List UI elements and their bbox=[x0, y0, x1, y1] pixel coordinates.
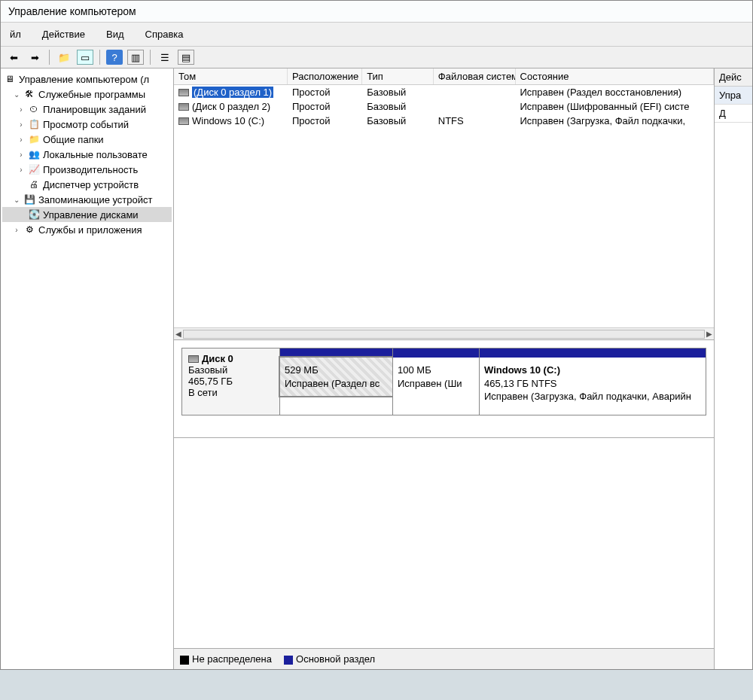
col-layout[interactable]: Расположение bbox=[288, 68, 362, 84]
disk-graphical-view: Диск 0 Базовый 465,75 ГБ В сети 529 МБ И… bbox=[174, 339, 714, 437]
chart-icon: 📈 bbox=[28, 163, 40, 175]
collapse-icon[interactable]: ⌄ bbox=[13, 90, 20, 99]
col-filesystem[interactable]: Файловая система bbox=[434, 68, 516, 84]
list-icon[interactable]: ☰ bbox=[157, 50, 173, 65]
nav-tree[interactable]: 🖥Управление компьютером (л ⌄🛠Служебные п… bbox=[1, 68, 174, 669]
col-status[interactable]: Состояние bbox=[516, 68, 714, 84]
disk-header[interactable]: Диск 0 Базовый 465,75 ГБ В сети bbox=[182, 348, 280, 415]
scroll-track[interactable] bbox=[183, 330, 705, 339]
separator bbox=[49, 50, 50, 65]
disk-icon bbox=[188, 355, 199, 363]
tree-disk-management[interactable]: 💽Управление дисками bbox=[2, 207, 172, 222]
separator bbox=[150, 50, 151, 65]
volume-row[interactable]: (Диск 0 раздел 1) Простой Базовый Исправ… bbox=[174, 85, 714, 99]
detail-icon[interactable]: ▤ bbox=[178, 50, 194, 65]
forward-icon[interactable]: ➡ bbox=[26, 50, 43, 65]
disk-row[interactable]: Диск 0 Базовый 465,75 ГБ В сети 529 МБ И… bbox=[181, 348, 706, 415]
expand-icon[interactable]: › bbox=[13, 226, 20, 234]
expand-icon[interactable]: › bbox=[17, 151, 25, 159]
partition-stripe bbox=[393, 348, 479, 358]
tree-local-users[interactable]: ›👥Локальные пользовате bbox=[2, 147, 172, 162]
clock-icon: ⏲ bbox=[28, 103, 40, 115]
properties-icon[interactable]: ▭ bbox=[77, 50, 93, 65]
toolbar: ⬅ ➡ 📁 ▭ ? ▥ ☰ ▤ bbox=[1, 47, 752, 68]
empty-area bbox=[174, 437, 714, 648]
back-icon[interactable]: ⬅ bbox=[5, 50, 22, 65]
legend: Не распределена Основной раздел bbox=[174, 648, 714, 669]
collapse-icon[interactable]: ⌄ bbox=[13, 196, 20, 204]
partition-efi[interactable]: 100 МБ Исправен (Ши bbox=[393, 348, 480, 415]
expand-icon[interactable]: › bbox=[17, 135, 25, 144]
window-title: Управление компьютером bbox=[1, 1, 752, 23]
folder-icon[interactable]: 📁 bbox=[56, 50, 72, 65]
storage-icon: 💾 bbox=[23, 193, 35, 205]
volume-row[interactable]: (Диск 0 раздел 2) Простой Базовый Исправ… bbox=[174, 99, 714, 114]
partition-windows[interactable]: Windows 10 (C:) 465,13 ГБ NTFS Исправен … bbox=[480, 348, 706, 415]
partition-recovery[interactable]: 529 МБ Исправен (Раздел вс bbox=[280, 348, 393, 415]
scroll-right-icon[interactable]: ▶ bbox=[706, 330, 712, 338]
swatch-blue bbox=[284, 656, 293, 665]
expand-icon[interactable]: › bbox=[17, 120, 25, 129]
menubar: йл Действие Вид Справка bbox=[1, 23, 752, 47]
legend-unallocated: Не распределена bbox=[180, 653, 272, 665]
volume-icon bbox=[178, 117, 189, 125]
tree-services[interactable]: ›⚙Службы и приложения bbox=[2, 222, 172, 237]
volume-icon bbox=[178, 103, 189, 111]
menu-action[interactable]: Действие bbox=[38, 27, 90, 41]
horizontal-scrollbar[interactable]: ◀ ▶ bbox=[174, 327, 714, 339]
help-icon[interactable]: ? bbox=[106, 50, 123, 65]
menu-view[interactable]: Вид bbox=[102, 27, 129, 41]
actions-pane: Дейс Упра Д bbox=[715, 68, 752, 669]
event-icon: 📋 bbox=[28, 118, 40, 130]
view-icon[interactable]: ▥ bbox=[127, 50, 144, 65]
actions-item[interactable]: Д bbox=[715, 105, 752, 123]
col-type[interactable]: Тип bbox=[362, 68, 434, 84]
users-icon: 👥 bbox=[28, 148, 40, 160]
expand-icon[interactable]: › bbox=[17, 105, 25, 114]
legend-primary: Основной раздел bbox=[284, 653, 375, 665]
tree-performance[interactable]: ›📈Производительность bbox=[2, 162, 172, 177]
actions-header: Дейс bbox=[715, 68, 752, 87]
col-name[interactable]: Том bbox=[174, 68, 288, 84]
tree-root[interactable]: 🖥Управление компьютером (л bbox=[2, 72, 172, 87]
scroll-left-icon[interactable]: ◀ bbox=[175, 330, 181, 338]
volume-row[interactable]: Windows 10 (C:) Простой Базовый NTFS Исп… bbox=[174, 114, 714, 128]
volume-list[interactable]: Том Расположение Тип Файловая система Со… bbox=[174, 68, 714, 339]
tree-task-scheduler[interactable]: ›⏲Планировщик заданий bbox=[2, 102, 172, 117]
tree-system-tools[interactable]: ⌄🛠Служебные программы bbox=[2, 87, 172, 102]
swatch-black bbox=[180, 656, 189, 665]
partition-stripe bbox=[480, 348, 706, 358]
tree-storage[interactable]: ⌄💾Запоминающие устройст bbox=[2, 192, 172, 207]
expand-icon[interactable]: › bbox=[17, 166, 25, 174]
gear-icon: ⚙ bbox=[23, 224, 35, 236]
tree-shared-folders[interactable]: ›📁Общие папки bbox=[2, 132, 172, 147]
wrench-icon: 🛠 bbox=[23, 88, 35, 100]
column-headers[interactable]: Том Расположение Тип Файловая система Со… bbox=[174, 68, 714, 85]
menu-help[interactable]: Справка bbox=[141, 27, 188, 41]
tree-event-viewer[interactable]: ›📋Просмотр событий bbox=[2, 117, 172, 132]
separator bbox=[99, 50, 100, 65]
tree-device-manager[interactable]: 🖨Диспетчер устройств bbox=[2, 177, 172, 192]
actions-item[interactable]: Упра bbox=[715, 87, 752, 105]
disk-icon: 💽 bbox=[28, 208, 40, 221]
computer-icon: 🖥 bbox=[4, 73, 16, 85]
device-icon: 🖨 bbox=[28, 178, 40, 190]
folder-icon: 📁 bbox=[28, 133, 40, 145]
menu-file[interactable]: йл bbox=[5, 27, 26, 41]
volume-icon bbox=[178, 89, 189, 96]
